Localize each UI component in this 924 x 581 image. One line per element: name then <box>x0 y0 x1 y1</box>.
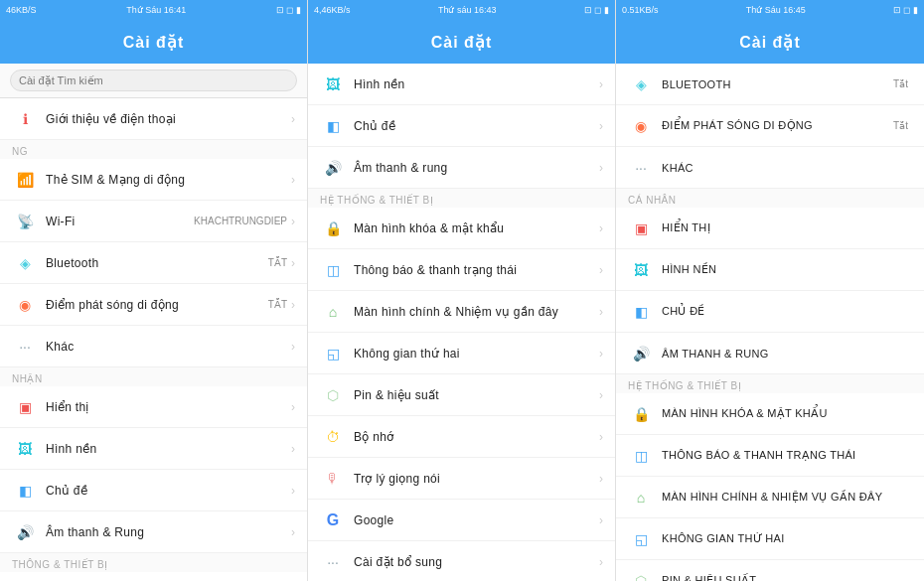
list-item[interactable]: ⏱ Bộ nhớ › <box>308 416 615 458</box>
chevron-right-icon: › <box>599 472 603 486</box>
sound-icon: 🔊 <box>628 341 654 366</box>
list-item[interactable]: ⬡ Pin & hiệu suất <box>616 560 924 581</box>
list-item[interactable]: ⌂ Màn hình chính & Nhiệm vụ gần đây › <box>308 291 615 333</box>
list-item[interactable]: ◧ Chủ đề <box>616 291 924 333</box>
more-icon: ··· <box>12 334 38 360</box>
list-item[interactable]: ◈ Bluetooth TẮT › <box>0 242 307 284</box>
wallpaper-icon: 🖼 <box>320 72 346 97</box>
chevron-right-icon: › <box>599 221 603 235</box>
hotspot-status: Tắt <box>893 120 908 131</box>
title-bar-1: Cài đặt <box>0 20 307 64</box>
list-item[interactable]: ◉ Điểm phát sóng di động TẮT › <box>0 284 307 326</box>
status-center-1: Thứ Sáu 16:41 <box>126 5 186 15</box>
panel-3-content: ◈ Bluetooth Tắt ◉ Điểm phát sóng di động… <box>616 64 924 581</box>
item-label: Thẻ SIM & Mạng di động <box>46 173 291 187</box>
list-item[interactable]: ◉ Điểm phát sóng di động Tắt <box>616 105 924 147</box>
chevron-right-icon: › <box>599 263 603 277</box>
item-label: Chủ đề <box>662 305 912 318</box>
bluetooth-icon: ◈ <box>12 250 38 276</box>
status-bar-2: 4,46KB/s Thứ sáu 16:43 ⊡ ◻ ▮ <box>308 0 615 20</box>
list-item[interactable]: ℹ Giới thiệu về điện thoại › <box>0 98 307 140</box>
list-item[interactable]: ··· Cài đặt bổ sung › <box>308 541 615 581</box>
section-label-nhan: NHẬN <box>0 367 307 386</box>
list-item[interactable]: ◱ Không gian thứ hai <box>616 518 924 560</box>
status-right-2: ⊡ ◻ ▮ <box>584 5 609 15</box>
chevron-right-icon: › <box>599 555 603 569</box>
list-item[interactable]: 📶 Thẻ SIM & Mạng di động › <box>0 159 307 201</box>
chevron-right-icon: › <box>291 484 295 498</box>
wallpaper-icon: 🖼 <box>12 436 38 462</box>
sim-icon: 📶 <box>12 167 38 193</box>
list-item[interactable]: ▣ Hiển thị <box>616 208 924 249</box>
item-label: Màn hình khóa & mật khẩu <box>354 221 599 235</box>
section-label-he-thong: HỆ THỐNG & THIẾT BỊ <box>308 189 615 208</box>
panel-1: 46KB/S Thứ Sáu 16:41 ⊡ ◻ ▮ Cài đặt ℹ Giớ… <box>0 0 308 581</box>
item-label: Âm thanh & rung <box>354 161 599 175</box>
list-item[interactable]: 🔒 Màn hình khóa & mật khẩu › <box>308 208 615 249</box>
list-item[interactable]: ◫ Thông báo & thanh trạng thái <box>616 435 924 477</box>
bluetooth-status: Tắt <box>893 78 908 89</box>
item-label: Hình nền <box>662 263 912 276</box>
section-label-ca-nhan: CÁ NHÂN <box>616 189 924 208</box>
list-item[interactable]: 🖼 Hình nền › <box>308 64 615 105</box>
item-label: Pin & hiệu suất <box>354 388 599 402</box>
list-item[interactable]: ◫ Thông báo & thanh trạng thái › <box>308 249 615 291</box>
status-center-2: Thứ sáu 16:43 <box>438 5 497 15</box>
list-item[interactable]: ··· Khác <box>616 147 924 189</box>
item-label: Điểm phát sóng di động <box>662 119 893 132</box>
list-item[interactable]: 🔊 Âm thanh & Rung › <box>0 511 307 553</box>
list-item[interactable]: 🖼 Hình nền › <box>0 428 307 470</box>
item-label: Trợ lý giọng nói <box>354 472 599 486</box>
list-item[interactable]: 🔊 Âm thanh & rung › <box>308 147 615 189</box>
item-label: Bluetooth <box>46 256 268 270</box>
list-item[interactable]: ▣ Hiển thị › <box>0 386 307 428</box>
section-label-ng: NG <box>0 140 307 159</box>
search-bar-1[interactable] <box>0 64 307 98</box>
search-input-1[interactable] <box>10 70 297 91</box>
chevron-right-icon: › <box>291 340 295 354</box>
item-label: Chủ đề <box>354 119 599 133</box>
list-item[interactable]: 🖼 Hình nền <box>616 249 924 291</box>
list-item[interactable]: ◱ Không gian thứ hai › <box>308 333 615 374</box>
list-item[interactable]: ··· Khác › <box>0 326 307 367</box>
theme-icon: ◧ <box>320 113 346 139</box>
panel-3: 0.51KB/s Thứ Sáu 16:45 ⊡ ◻ ▮ Cài đặt ◈ B… <box>616 0 924 581</box>
list-item[interactable]: 📡 Wi-Fi KHACHTRUNGDIEP › <box>0 201 307 242</box>
status-center-3: Thứ Sáu 16:45 <box>746 5 806 15</box>
item-label: Màn hình chính & nhiệm vụ gần đây <box>662 491 912 504</box>
item-label: Chủ đề <box>46 484 291 498</box>
list-item[interactable]: G Google › <box>308 500 615 541</box>
list-item[interactable]: ⬡ Pin & hiệu suất › <box>308 374 615 416</box>
chevron-right-icon: › <box>599 513 603 527</box>
item-label: Khác <box>46 340 291 354</box>
list-item[interactable]: ◧ Chủ đề › <box>0 470 307 511</box>
item-label: Thông báo & thanh trạng thái <box>354 263 599 277</box>
theme-icon: ◧ <box>12 478 38 504</box>
title-bar-2: Cài đặt <box>308 20 615 64</box>
sound-icon: 🔊 <box>320 155 346 181</box>
notification-icon: ◫ <box>320 257 346 283</box>
panel-2: 4,46KB/s Thứ sáu 16:43 ⊡ ◻ ▮ Cài đặt 🖼 H… <box>308 0 616 581</box>
list-item[interactable]: ◈ Bluetooth Tắt <box>616 64 924 105</box>
list-item[interactable]: ◧ Chủ đề › <box>308 105 615 147</box>
list-item[interactable]: ⌂ Màn hình chính & nhiệm vụ gần đây <box>616 477 924 518</box>
item-label: Màn hình chính & Nhiệm vụ gần đây <box>354 305 599 319</box>
lock-icon: 🔒 <box>320 216 346 241</box>
sound-icon: 🔊 <box>12 519 38 545</box>
bluetooth-icon: ◈ <box>628 72 654 97</box>
chevron-right-icon: › <box>291 400 295 414</box>
list-item[interactable]: 🎙 Trợ lý giọng nói › <box>308 458 615 500</box>
notification-icon: ◫ <box>628 443 654 469</box>
section-label-he-thong-3: HỆ THỐNG & THIẾT BỊ <box>616 374 924 393</box>
status-bar-3: 0.51KB/s Thứ Sáu 16:45 ⊡ ◻ ▮ <box>616 0 924 20</box>
title-bar-3: Cài đặt <box>616 20 924 64</box>
item-label: Thông báo & thanh trạng thái <box>662 449 912 462</box>
item-label: Bộ nhớ <box>354 430 599 444</box>
status-left-3: 0.51KB/s <box>622 5 659 15</box>
list-item[interactable]: 🔊 Âm thanh & Rung <box>616 333 924 374</box>
list-item[interactable]: 🔒 Màn hình khóa & mật khẩu <box>616 393 924 435</box>
title-3: Cài đặt <box>739 33 800 52</box>
item-label: Điểm phát sóng di động <box>46 298 268 312</box>
storage-icon: ⏱ <box>320 424 346 450</box>
title-1: Cài đặt <box>123 33 184 52</box>
